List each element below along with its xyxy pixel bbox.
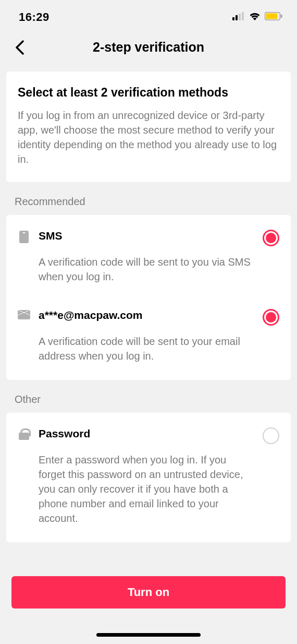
intro-card: Select at least 2 verification methods I… xyxy=(6,71,291,182)
status-bar: 16:29 xyxy=(0,0,297,30)
chevron-left-icon xyxy=(15,40,24,55)
section-header-recommended: Recommended xyxy=(0,182,297,215)
cellular-icon xyxy=(232,12,245,22)
method-row-sms[interactable]: SMS A verification code will be sent to … xyxy=(6,218,291,297)
back-button[interactable] xyxy=(10,38,29,57)
svg-rect-2 xyxy=(239,14,241,20)
method-row-email[interactable]: a***e@macpaw.com A verification code wil… xyxy=(6,297,291,377)
method-description: A verification code will be sent to your… xyxy=(39,334,254,371)
method-title: Password xyxy=(39,427,254,440)
intro-description: If you log in from an unrecognized devic… xyxy=(18,108,279,166)
svg-rect-3 xyxy=(242,12,244,20)
radio-sms[interactable] xyxy=(263,230,279,246)
home-indicator[interactable] xyxy=(96,633,201,637)
svg-rect-5 xyxy=(266,14,278,19)
method-row-password[interactable]: Password Enter a password when you log i… xyxy=(6,416,291,539)
svg-rect-0 xyxy=(232,17,234,20)
svg-rect-6 xyxy=(281,15,282,18)
other-methods-card: Password Enter a password when you log i… xyxy=(6,413,291,542)
header: 2-step verification xyxy=(0,30,297,67)
intro-title: Select at least 2 verification methods xyxy=(18,85,279,101)
battery-icon xyxy=(265,12,282,22)
status-time: 16:29 xyxy=(19,10,49,24)
method-title: a***e@macpaw.com xyxy=(39,309,254,321)
method-description: Enter a password when you log in. If you… xyxy=(39,452,254,533)
status-icons xyxy=(232,12,282,22)
lock-icon xyxy=(18,428,30,440)
recommended-methods-card: SMS A verification code will be sent to … xyxy=(6,215,291,380)
method-title: SMS xyxy=(39,230,254,242)
page-title: 2-step verification xyxy=(10,40,287,55)
turn-on-button[interactable]: Turn on xyxy=(11,576,286,609)
wifi-icon xyxy=(249,12,261,22)
radio-password[interactable] xyxy=(263,427,279,444)
phone-icon xyxy=(18,231,30,243)
method-description: A verification code will be sent to you … xyxy=(39,255,254,291)
section-header-other: Other xyxy=(0,380,297,413)
radio-email[interactable] xyxy=(263,309,279,326)
svg-rect-1 xyxy=(236,15,238,20)
mail-icon xyxy=(18,310,30,319)
